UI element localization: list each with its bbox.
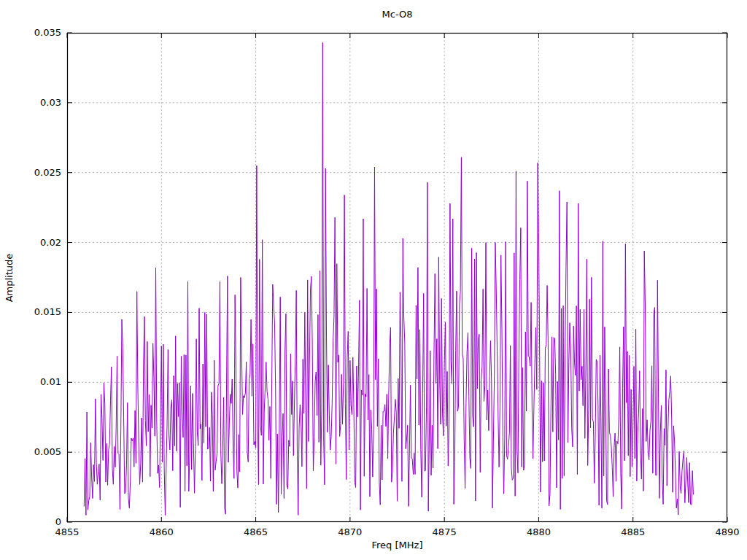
- x-tick-label: 4880: [516, 526, 560, 537]
- x-tick-label: 4875: [422, 526, 466, 537]
- plot-area: [0, 0, 747, 560]
- x-tick-label: 4855: [45, 526, 89, 537]
- y-tick-label: 0.02: [10, 237, 61, 248]
- y-tick-label: 0: [10, 516, 61, 527]
- y-tick-label: 0.03: [10, 97, 61, 108]
- x-tick-label: 4890: [705, 526, 747, 537]
- x-tick-label: 4865: [234, 526, 278, 537]
- x-tick-label: 4885: [611, 526, 655, 537]
- x-tick-label: 4860: [139, 526, 183, 537]
- y-tick-label: 0.025: [10, 167, 61, 178]
- y-tick-label: 0.015: [10, 306, 61, 317]
- y-tick-label: 0.035: [10, 27, 61, 38]
- series-line-mc-o8: [84, 42, 693, 515]
- y-tick-label: 0.01: [10, 376, 61, 387]
- x-tick-label: 4870: [328, 526, 372, 537]
- y-tick-label: 0.005: [10, 446, 61, 457]
- gnuplot-chart-window: Mc-O8 Amplitude Freq [MHz] 4855486048654…: [0, 0, 747, 560]
